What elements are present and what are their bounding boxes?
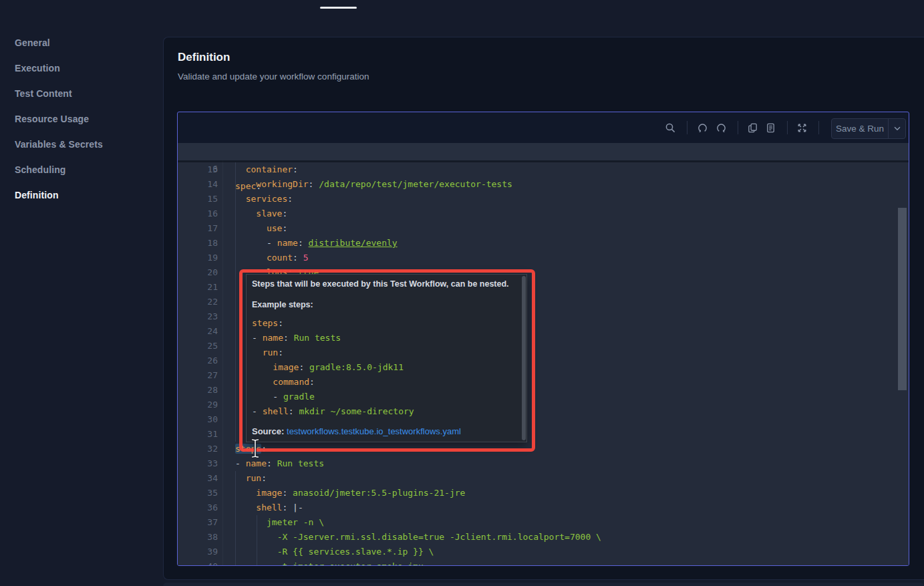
code-token: container: [246, 164, 293, 174]
code-line[interactable]: 36 shell: |-: [178, 500, 909, 515]
source-link[interactable]: testworkflows.testkube.io_testworkflows.…: [287, 426, 461, 436]
code-token: command: [273, 377, 309, 387]
line-number: 16: [178, 206, 218, 221]
document-icon[interactable]: [762, 119, 779, 136]
code-token: [304, 362, 309, 372]
code-token: :: [293, 253, 298, 263]
code-token: :: [261, 473, 267, 483]
line-number: 20: [178, 265, 218, 280]
code-line[interactable]: 17 use:: [178, 221, 909, 236]
redo-icon[interactable]: [712, 119, 730, 136]
code-link[interactable]: distribute/evenly: [309, 238, 398, 248]
sidebar-item-general[interactable]: General: [0, 30, 163, 55]
tooltip-title: Steps that will be executed by this Test…: [252, 279, 509, 289]
line-number: 24: [178, 324, 218, 339]
code-line[interactable]: 15 services:: [178, 192, 909, 206]
line-number: 31: [178, 427, 218, 442]
sidebar-item-test-content[interactable]: Test Content: [0, 81, 163, 106]
editor-vertical-scrollbar[interactable]: [898, 208, 907, 390]
code-token: -: [273, 392, 283, 402]
code-token: shell: [256, 502, 282, 512]
code-line[interactable]: 19 count: 5: [178, 251, 909, 265]
code-token: run: [263, 347, 278, 357]
code-token: Run tests: [294, 333, 341, 343]
line-number: 22: [178, 295, 218, 309]
expand-icon[interactable]: [793, 119, 810, 136]
code-token: [235, 547, 277, 557]
line-number: 14: [178, 177, 218, 192]
code-token: steps: [252, 318, 278, 328]
code-token: :: [278, 318, 283, 328]
sidebar-item-variables-secrets[interactable]: Variables & Secrets: [0, 132, 163, 157]
toolbar-divider: [738, 121, 738, 134]
code-token: [252, 377, 273, 387]
code-token: 5: [303, 253, 309, 263]
code-token: :: [289, 406, 294, 416]
code-token: [235, 561, 277, 566]
code-token: [235, 517, 267, 527]
code-token: |-: [293, 502, 303, 512]
chevron-down-icon[interactable]: [889, 119, 905, 138]
code-token: [235, 194, 246, 204]
sidebar-item-resource-usage[interactable]: Resource Usage: [0, 106, 163, 132]
line-number: 38: [178, 530, 218, 545]
code-text: count: 5: [235, 251, 309, 265]
tooltip-source-line: Source: testworkflows.testkube.io_testwo…: [252, 426, 461, 436]
sidebar-item-definition[interactable]: Definition: [0, 182, 163, 208]
code-token: name: [246, 458, 267, 468]
code-text: - name: Run tests: [235, 456, 324, 471]
code-token: [252, 392, 273, 402]
code-token: Run tests: [277, 458, 324, 468]
code-token: gradle:8.5.0-jdk11: [309, 362, 404, 372]
code-token: workingDir: [256, 179, 308, 189]
tooltip-code-line: - gradle: [252, 390, 414, 404]
sticky-scroll-line[interactable]: 6 spec:: [178, 143, 909, 160]
code-line[interactable]: 14 workingDir: /data/repo/test/jmeter/ex…: [178, 177, 909, 192]
search-icon[interactable]: [661, 119, 679, 136]
code-line[interactable]: 35 image: anasoid/jmeter:5.5-plugins-21-…: [178, 486, 909, 500]
code-line[interactable]: 34 run:: [178, 471, 909, 486]
sidebar-item-execution[interactable]: Execution: [0, 55, 163, 81]
copy-icon[interactable]: [744, 119, 761, 136]
line-number: 17: [178, 221, 218, 236]
source-label: Source:: [252, 426, 284, 436]
line-number: 15: [178, 192, 218, 206]
line-number: 39: [178, 545, 218, 559]
tooltip-code-line: steps:: [252, 316, 414, 331]
sidebar-item-scheduling[interactable]: Scheduling: [0, 157, 163, 182]
line-number: 27: [178, 368, 218, 383]
code-token: [235, 488, 256, 498]
undo-icon[interactable]: [694, 119, 711, 136]
code-line[interactable]: 32steps:: [178, 442, 909, 456]
code-token: [235, 164, 246, 174]
code-text: -t jmeter-executor-smoke.jmx: [235, 559, 424, 566]
code-line[interactable]: 33- name: Run tests: [178, 456, 909, 471]
code-line[interactable]: 18 - name: distribute/evenly: [178, 236, 909, 251]
code-text: steps:: [235, 442, 267, 456]
code-token: run: [246, 473, 261, 483]
code-token: image: [273, 362, 299, 372]
code-token: [287, 502, 293, 512]
code-token: [303, 238, 309, 248]
code-token: use: [267, 223, 282, 233]
line-number: 36: [178, 500, 218, 515]
next-section-edge: [163, 583, 924, 586]
tooltip-scrollbar[interactable]: [522, 276, 526, 440]
code-line[interactable]: 40 -t jmeter-executor-smoke.jmx: [178, 559, 909, 566]
code-token: gradle: [283, 392, 315, 402]
code-line[interactable]: 37 jmeter -n \: [178, 515, 909, 530]
code-line[interactable]: 39 -R {{ services.slave.*.ip }} \: [178, 545, 909, 559]
code-text: container:: [235, 162, 298, 177]
code-line[interactable]: 38 -X -Jserver.rmi.ssl.disable=true -Jcl…: [178, 530, 909, 545]
code-line[interactable]: 13 container:: [178, 162, 909, 177]
code-token: jmeter -n \: [267, 517, 324, 527]
line-number: 33: [178, 456, 218, 471]
code-line[interactable]: 16 slave:: [178, 206, 909, 221]
tooltip-code-block: steps:- name: Run tests run: image: grad…: [252, 316, 414, 419]
save-and-run-button[interactable]: Save & Run: [831, 118, 906, 139]
code-token: name: [263, 333, 283, 343]
tooltip-code-line: command:: [252, 375, 414, 390]
page-subtitle: Validate and update your workflow config…: [178, 71, 369, 82]
code-token: -t jmeter-executor-smoke.jmx: [277, 561, 424, 566]
code-token: -: [235, 458, 246, 468]
